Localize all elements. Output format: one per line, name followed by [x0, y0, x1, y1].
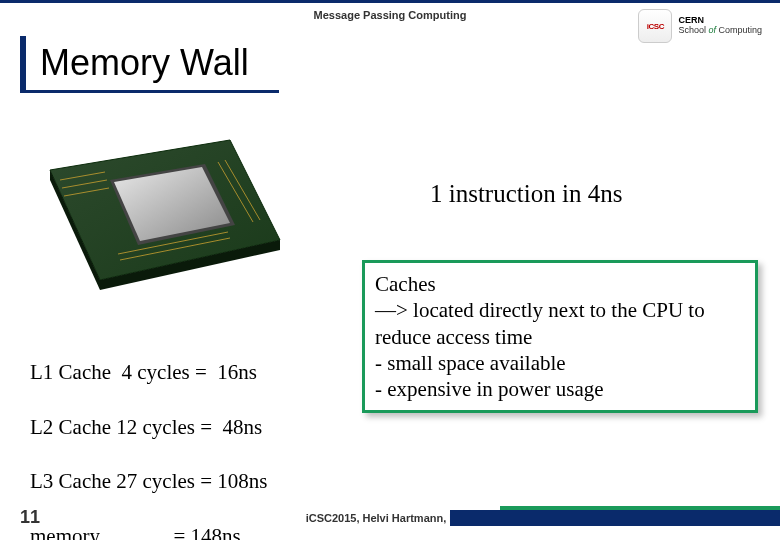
logo-line2: School of Computing — [678, 26, 762, 36]
footer: 11 iCSC2015, Helvi Hartmann, FIAS — [0, 504, 780, 530]
caches-line1: —> located directly next to the CPU to r… — [375, 297, 745, 350]
caches-line2: - small space available — [375, 350, 745, 376]
header-bar: Message Passing Computing iCSC CERN Scho… — [0, 0, 780, 32]
logo-line2c: Computing — [716, 25, 762, 35]
cpu-chip-image — [30, 130, 300, 300]
footer-accent-bar — [450, 510, 780, 526]
title-wrap: Memory Wall — [20, 36, 279, 93]
caches-line3: - expensive in power usage — [375, 376, 745, 402]
instruction-text: 1 instruction in 4ns — [430, 180, 622, 208]
header-topic: Message Passing Computing — [314, 9, 467, 21]
title-bar: Memory Wall — [20, 36, 279, 93]
page-number: 11 — [20, 507, 40, 528]
caches-callout-box: Caches —> located directly next to the C… — [362, 260, 758, 413]
caches-heading: Caches — [375, 271, 745, 297]
cache-l1: L1 Cache 4 cycles = 16ns — [30, 360, 257, 384]
logo-text: CERN School of Computing — [678, 16, 762, 36]
logo-icsc-icon: iCSC — [638, 9, 672, 43]
page-title: Memory Wall — [40, 42, 249, 84]
logo-line2a: School — [678, 25, 708, 35]
logo: iCSC CERN School of Computing — [638, 9, 762, 43]
cache-l2: L2 Cache 12 cycles = 48ns — [30, 415, 262, 439]
cache-l3: L3 Cache 27 cycles = 108ns — [30, 469, 268, 493]
logo-line2b: of — [708, 25, 716, 35]
